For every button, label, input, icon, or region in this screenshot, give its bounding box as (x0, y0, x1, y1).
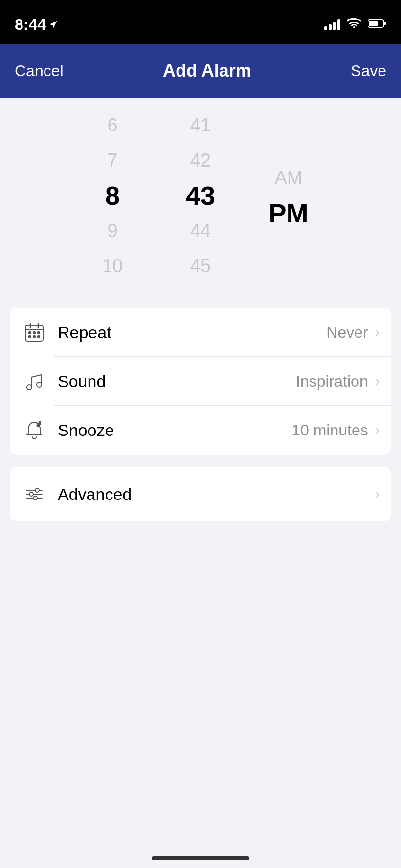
home-indicator[interactable] (152, 856, 249, 860)
battery-icon (368, 19, 386, 30)
status-icons (324, 18, 386, 31)
svg-point-21 (29, 492, 33, 496)
minute-item-45[interactable]: 45 (156, 248, 245, 283)
svg-point-22 (33, 496, 37, 500)
time-picker[interactable]: 6 7 8 9 10 41 42 43 44 45 AM PM (0, 98, 401, 293)
ampm-item-pm[interactable]: PM (245, 195, 333, 231)
minute-item-43[interactable]: 43 (156, 178, 245, 213)
repeat-value: Never (326, 324, 368, 342)
advanced-row[interactable]: Advanced › (10, 467, 391, 521)
phone-content: Cancel Add Alarm Save 6 7 8 9 10 41 42 4… (0, 44, 401, 868)
ampm-item-am[interactable]: AM (245, 160, 333, 195)
sound-row[interactable]: Sound Inspiration › (10, 357, 391, 406)
hour-item-6[interactable]: 6 (68, 108, 156, 143)
hour-item-7[interactable]: 7 (68, 143, 156, 178)
repeat-chevron-icon: › (375, 325, 379, 340)
hour-item-10[interactable]: 10 (68, 248, 156, 283)
svg-rect-7 (29, 332, 31, 334)
page-title: Add Alarm (163, 61, 251, 81)
hour-item-9[interactable]: 9 (68, 213, 156, 248)
snooze-chevron-icon: › (375, 422, 379, 438)
ampm-picker[interactable]: AM PM (245, 160, 333, 231)
signal-icon (324, 19, 340, 30)
snooze-value: 10 minutes (291, 421, 368, 439)
svg-point-20 (35, 488, 39, 492)
advanced-label: Advanced (58, 485, 373, 504)
bell-snooze-icon: z z (22, 417, 47, 443)
svg-rect-2 (369, 21, 378, 26)
repeat-label: Repeat (58, 323, 326, 342)
sound-chevron-icon: › (375, 373, 379, 389)
nav-header: Cancel Add Alarm Save (0, 44, 401, 98)
snooze-label: Snooze (58, 421, 291, 440)
settings-section-main: Repeat Never › Sound Inspiration › (10, 308, 391, 455)
minute-item-44[interactable]: 44 (156, 213, 245, 248)
svg-rect-11 (33, 336, 35, 338)
calendar-icon (22, 320, 47, 345)
music-icon (22, 369, 47, 394)
svg-rect-8 (33, 332, 35, 334)
time-display: 8:44 (15, 16, 46, 34)
advanced-section: Advanced › (10, 467, 391, 521)
svg-rect-12 (38, 336, 40, 338)
svg-rect-9 (38, 332, 40, 334)
status-bar: 8:44 (0, 0, 401, 44)
minute-picker[interactable]: 41 42 43 44 45 (156, 108, 245, 283)
minute-item-42[interactable]: 42 (156, 143, 245, 178)
sound-value: Inspiration (296, 372, 368, 391)
hour-picker[interactable]: 6 7 8 9 10 (68, 108, 156, 283)
spacer-1 (0, 293, 401, 308)
sound-label: Sound (58, 372, 296, 391)
snooze-row[interactable]: z z Snooze 10 minutes › (10, 406, 391, 455)
repeat-row[interactable]: Repeat Never › (10, 308, 391, 357)
hour-item-8[interactable]: 8 (68, 178, 156, 213)
location-arrow-icon (49, 20, 58, 29)
cancel-button[interactable]: Cancel (15, 57, 64, 85)
save-button[interactable]: Save (351, 57, 386, 85)
status-time: 8:44 (15, 16, 58, 34)
advanced-chevron-icon: › (375, 486, 379, 502)
svg-rect-10 (29, 336, 31, 338)
wifi-icon (347, 18, 361, 31)
minute-item-41[interactable]: 41 (156, 108, 245, 143)
svg-rect-1 (384, 22, 386, 25)
svg-text:z: z (39, 420, 41, 425)
sliders-icon (22, 481, 47, 507)
